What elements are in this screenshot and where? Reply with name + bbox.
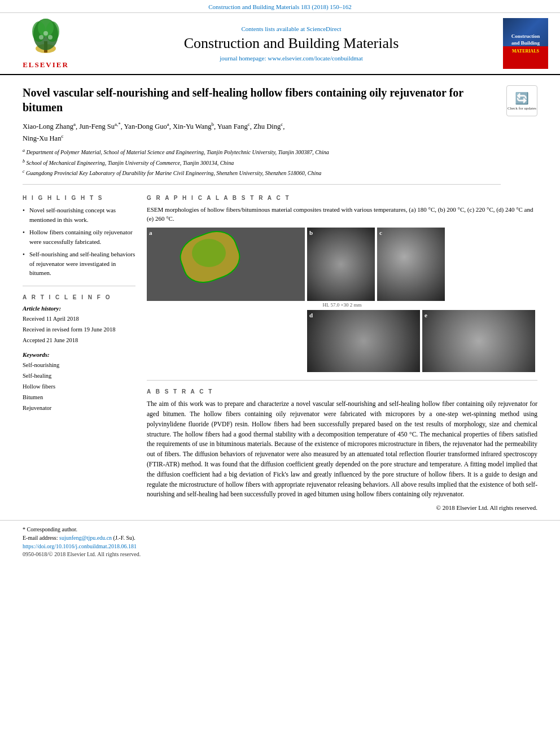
keyword-item: Self-healing [23, 371, 135, 382]
abstract-text: The aim of this work was to prepare and … [147, 399, 537, 500]
keyword-item: Rejuvenator [23, 403, 135, 414]
graphical-abstract-section: G R A P H I C A L A B S T R A C T ESEM m… [147, 195, 537, 372]
revised-date: Received in revised form 19 June 2018 [23, 325, 135, 335]
highlight-item: Hollow fibers containing oily rejuvenato… [23, 228, 135, 246]
footer-section: * Corresponding author. E-mail address: … [0, 520, 560, 563]
image-label-a: a [149, 229, 152, 236]
journal-cover-area: Constructionand Building MATERIALS [500, 18, 551, 69]
cover-subtitle: MATERIALS [512, 49, 539, 54]
check-updates-label: Check for updates [508, 106, 536, 111]
graphical-abstract-row1: a b c [147, 228, 537, 301]
contents-line: Contents lists available at ScienceDirec… [241, 25, 341, 32]
divider-highlights-info [23, 286, 135, 286]
keyword-item: Bitumen [23, 392, 135, 403]
highlight-item: Self-nourishing and self-healing behavio… [23, 250, 135, 278]
copyright-notice: © 2018 Elsevier Ltd. All rights reserved… [147, 504, 537, 511]
svg-point-6 [39, 35, 43, 40]
article-history-label: Article history: [23, 305, 135, 312]
page: Construction and Building Materials 183 … [0, 0, 560, 747]
article-title-text: Novel vascular self-nourishing and self-… [23, 85, 501, 189]
journal-title-center: Contents lists available at ScienceDirec… [88, 18, 495, 69]
scale-bar-row1: HL 57.0 ×30 2 mm [147, 302, 537, 308]
sciencedirect-link[interactable]: ScienceDirect [307, 25, 342, 32]
article-info-heading: A R T I C L E I N F O [23, 294, 135, 300]
divider-abstract [147, 380, 537, 381]
corresponding-note: * Corresponding author. [23, 526, 537, 532]
keywords-label: Keywords: [23, 351, 135, 358]
graphical-image-b: b [307, 228, 375, 301]
abstract-heading: A B S T R A C T [147, 388, 537, 395]
journal-header: ELSEVIER Contents lists available at Sci… [0, 13, 560, 75]
keywords-list: Self-nourishing Self-healing Hollow fibe… [23, 360, 135, 413]
corresponding-email[interactable]: sujunfeng@tjpu.edu.cn [59, 535, 112, 541]
graphical-image-a: a [147, 228, 305, 301]
affiliation-c: c Guangdong Provincial Key Laboratory of… [23, 168, 501, 177]
article-info-section: A R T I C L E I N F O Article history: R… [23, 294, 135, 414]
graphical-image-c: c [377, 228, 445, 301]
journal-homepage-link[interactable]: www.elsevier.com/locate/conbuildmat [268, 55, 363, 62]
two-column-layout: H I G H L I G H T S Novel self-nourishin… [23, 195, 537, 511]
publisher-logo-area: ELSEVIER [9, 18, 82, 69]
left-column: H I G H L I G H T S Novel self-nourishin… [23, 195, 135, 511]
graphical-image-e: e [422, 310, 535, 372]
authors-line: Xiao-Long Zhanga, Jun-Feng Sua,*, Yan-Do… [23, 120, 501, 144]
journal-citation: Construction and Building Materials 183 … [208, 3, 352, 10]
graphical-image-d: d [307, 310, 420, 372]
article-dates: Received 11 April 2018 Received in revis… [23, 314, 135, 346]
right-column: G R A P H I C A L A B S T R A C T ESEM m… [147, 195, 537, 511]
elsevier-logo: ELSEVIER [23, 18, 69, 69]
image-label-c: c [379, 229, 382, 236]
keyword-item: Hollow fibers [23, 382, 135, 392]
keyword-item: Self-nourishing [23, 360, 135, 371]
image-label-b: b [309, 229, 313, 236]
affiliations: a Department of Polymer Material, School… [23, 147, 501, 185]
journal-cover-image: Constructionand Building MATERIALS [503, 18, 548, 69]
issn-line: 0950-0618/© 2018 Elsevier Ltd. All right… [23, 551, 537, 557]
cover-title: Constructionand Building [511, 33, 540, 46]
affiliation-a: a Department of Polymer Material, School… [23, 147, 501, 156]
article-title: Novel vascular self-nourishing and self-… [23, 85, 501, 115]
journal-homepage-line: journal homepage: www.elsevier.com/locat… [220, 55, 362, 62]
accepted-date: Accepted 21 June 2018 [23, 335, 135, 346]
check-updates-icon: 🔄 [515, 91, 529, 105]
graphical-abstract-heading: G R A P H I C A L A B S T R A C T [147, 195, 537, 201]
image-label-d: d [309, 312, 313, 318]
article-title-section: Novel vascular self-nourishing and self-… [23, 85, 537, 189]
highlights-heading: H I G H L I G H T S [23, 195, 135, 201]
journal-citation-bar: Construction and Building Materials 183 … [0, 0, 560, 13]
svg-point-8 [43, 31, 48, 36]
doi-link[interactable]: https://doi.org/10.1016/j.conbuildmat.20… [23, 543, 537, 549]
journal-title: Construction and Building Materials [184, 34, 399, 52]
received-date: Received 11 April 2018 [23, 314, 135, 325]
highlight-item: Novel self-nourishing concept was mentio… [23, 206, 135, 224]
highlights-list: Novel self-nourishing concept was mentio… [23, 206, 135, 278]
graphical-abstract-row2: d e [147, 310, 537, 372]
check-for-updates-badge: 🔄 Check for updates [506, 85, 537, 116]
main-content: Novel vascular self-nourishing and self-… [0, 75, 560, 520]
elsevier-wordmark: ELSEVIER [23, 60, 69, 69]
abstract-section: A B S T R A C T The aim of this work was… [147, 388, 537, 511]
graphical-image-d-spacer [147, 310, 305, 372]
email-line: E-mail address: sujunfeng@tjpu.edu.cn (J… [23, 535, 537, 541]
highlights-section: H I G H L I G H T S Novel self-nourishin… [23, 195, 135, 278]
graphical-abstract-description: ESEM morphologies of hollow fibers/bitum… [147, 206, 537, 223]
image-label-e: e [425, 312, 427, 318]
svg-point-7 [48, 35, 53, 40]
affiliation-b: b School of Mechanical Engineering, Tian… [23, 158, 501, 167]
elsevier-tree-icon [23, 18, 68, 57]
